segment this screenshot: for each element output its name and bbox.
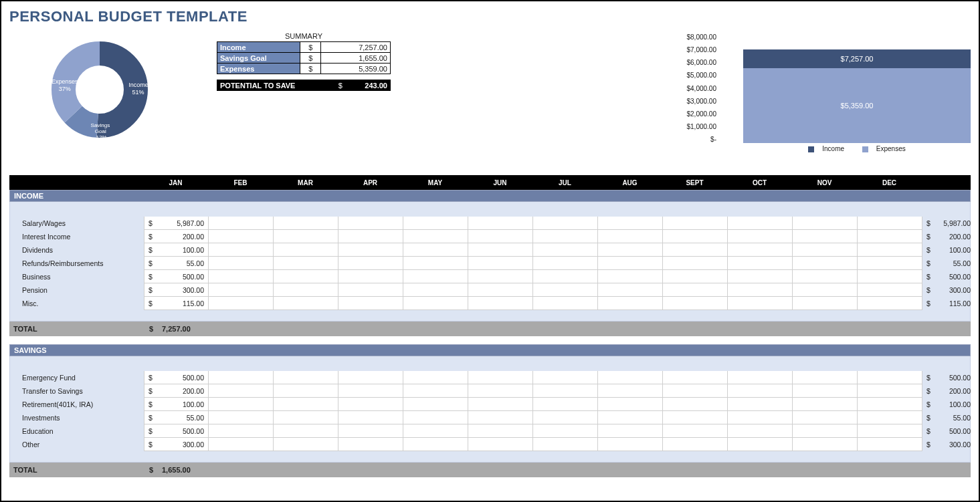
data-cell[interactable] <box>209 230 274 243</box>
data-cell[interactable] <box>533 424 598 438</box>
data-cell[interactable] <box>468 297 533 310</box>
data-cell[interactable] <box>598 384 663 398</box>
data-cell[interactable]: $115.00 <box>144 297 209 310</box>
data-cell[interactable] <box>468 230 533 243</box>
data-cell[interactable] <box>274 438 338 451</box>
data-cell[interactable] <box>598 424 663 438</box>
data-cell[interactable] <box>533 257 598 270</box>
data-cell[interactable] <box>468 243 533 257</box>
data-cell[interactable]: $200.00 <box>144 384 209 398</box>
data-cell[interactable] <box>793 230 858 243</box>
data-cell[interactable] <box>209 371 274 384</box>
data-cell[interactable] <box>338 217 403 230</box>
data-cell[interactable] <box>598 283 663 297</box>
data-cell[interactable] <box>793 270 858 283</box>
data-cell[interactable] <box>598 217 663 230</box>
data-cell[interactable] <box>533 217 598 230</box>
data-cell[interactable] <box>403 270 468 283</box>
data-cell[interactable] <box>209 243 274 257</box>
data-cell[interactable] <box>793 283 858 297</box>
data-cell[interactable] <box>598 438 663 451</box>
data-cell[interactable] <box>598 297 663 310</box>
data-cell[interactable] <box>663 243 728 257</box>
data-cell[interactable] <box>338 297 403 310</box>
data-cell[interactable] <box>274 243 338 257</box>
data-cell[interactable] <box>728 411 793 424</box>
data-cell[interactable] <box>338 270 403 283</box>
data-cell[interactable] <box>338 283 403 297</box>
data-cell[interactable] <box>663 283 728 297</box>
data-cell[interactable] <box>468 411 533 424</box>
data-cell[interactable] <box>468 438 533 451</box>
data-cell[interactable] <box>533 270 598 283</box>
data-cell[interactable]: $500.00 <box>144 424 209 438</box>
data-cell[interactable] <box>728 398 793 411</box>
data-cell[interactable] <box>728 438 793 451</box>
data-cell[interactable] <box>728 297 793 310</box>
data-cell[interactable] <box>274 384 338 398</box>
data-cell[interactable]: $300.00 <box>144 283 209 297</box>
data-cell[interactable] <box>728 424 793 438</box>
data-cell[interactable] <box>209 398 274 411</box>
data-cell[interactable] <box>533 243 598 257</box>
data-cell[interactable] <box>274 411 338 424</box>
data-cell[interactable] <box>533 297 598 310</box>
data-cell[interactable] <box>728 371 793 384</box>
data-cell[interactable] <box>793 371 858 384</box>
data-cell[interactable] <box>468 424 533 438</box>
data-cell[interactable] <box>663 270 728 283</box>
data-cell[interactable] <box>663 217 728 230</box>
data-cell[interactable] <box>728 243 793 257</box>
data-cell[interactable] <box>663 257 728 270</box>
data-cell[interactable] <box>274 217 338 230</box>
data-cell[interactable] <box>793 384 858 398</box>
data-cell[interactable] <box>663 398 728 411</box>
data-cell[interactable] <box>338 411 403 424</box>
data-cell[interactable] <box>728 217 793 230</box>
data-cell[interactable]: $500.00 <box>144 270 209 283</box>
data-cell[interactable] <box>403 398 468 411</box>
data-cell[interactable] <box>533 371 598 384</box>
data-cell[interactable]: $300.00 <box>144 438 209 451</box>
data-cell[interactable] <box>403 230 468 243</box>
data-cell[interactable] <box>533 283 598 297</box>
data-cell[interactable] <box>858 230 922 243</box>
data-cell[interactable] <box>598 398 663 411</box>
data-cell[interactable] <box>403 243 468 257</box>
data-cell[interactable] <box>468 283 533 297</box>
data-cell[interactable] <box>209 411 274 424</box>
data-cell[interactable] <box>209 270 274 283</box>
data-cell[interactable] <box>274 270 338 283</box>
data-cell[interactable] <box>793 411 858 424</box>
data-cell[interactable] <box>598 371 663 384</box>
data-cell[interactable] <box>793 438 858 451</box>
data-cell[interactable] <box>468 384 533 398</box>
data-cell[interactable] <box>663 297 728 310</box>
data-cell[interactable] <box>403 217 468 230</box>
data-cell[interactable]: $55.00 <box>144 411 209 424</box>
data-cell[interactable] <box>403 257 468 270</box>
data-cell[interactable] <box>858 371 922 384</box>
data-cell[interactable] <box>858 398 922 411</box>
data-cell[interactable] <box>728 384 793 398</box>
data-cell[interactable] <box>793 257 858 270</box>
data-cell[interactable] <box>598 230 663 243</box>
data-cell[interactable] <box>793 398 858 411</box>
data-cell[interactable] <box>663 424 728 438</box>
data-cell[interactable] <box>663 230 728 243</box>
data-cell[interactable] <box>274 398 338 411</box>
data-cell[interactable] <box>793 217 858 230</box>
data-cell[interactable] <box>533 230 598 243</box>
data-cell[interactable]: $100.00 <box>144 398 209 411</box>
data-cell[interactable] <box>858 257 922 270</box>
data-cell[interactable] <box>728 283 793 297</box>
data-cell[interactable] <box>533 438 598 451</box>
data-cell[interactable] <box>858 411 922 424</box>
data-cell[interactable] <box>533 411 598 424</box>
data-cell[interactable] <box>403 384 468 398</box>
data-cell[interactable] <box>598 411 663 424</box>
data-cell[interactable] <box>793 243 858 257</box>
data-cell[interactable] <box>209 217 274 230</box>
data-cell[interactable] <box>274 424 338 438</box>
data-cell[interactable] <box>209 438 274 451</box>
